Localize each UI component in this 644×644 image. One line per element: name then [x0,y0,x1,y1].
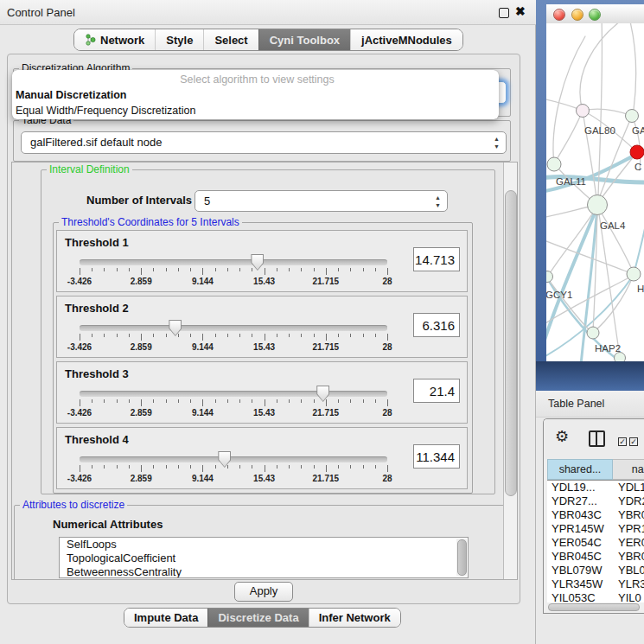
network-node-label: GAL80 [584,125,615,136]
minimize-traffic-light-icon[interactable] [571,9,583,21]
tab-cyni-toolbox[interactable]: Cyni Toolbox [258,29,350,50]
cell-shared-name: YBL079W [547,564,613,577]
table-data-combobox[interactable]: galFiltered.sif default node ▲▼ [21,131,507,154]
attributes-group: Attributes to discretize Numerical Attri… [14,505,505,580]
network-node[interactable] [588,195,608,215]
table-row[interactable]: YER054CYER0 [547,536,644,550]
scrollbar-thumb[interactable] [505,190,517,496]
network-node[interactable] [546,271,553,283]
threshold-value-field[interactable]: 11.344 [413,444,460,469]
slider-track[interactable] [80,456,387,462]
attribute-list-item[interactable]: BetweennessCentrality [60,565,468,578]
network-node[interactable] [587,327,599,339]
group-title: Attributes to discretize [20,499,127,511]
table-panel-title: Table Panel [548,398,604,410]
cell-name: YIL0 [613,591,641,603]
cell-name: YLR3 [613,577,644,591]
table-panel-titlebar: Table Panel [536,391,644,418]
dropdown-option-equal-width-frequency[interactable]: Equal Width/Frequency Discretization [12,103,499,118]
network-node-label: H [637,284,644,294]
table-row[interactable]: YLR345WYLR3 [547,577,644,591]
close-icon[interactable]: ✖ [515,4,526,18]
network-node[interactable] [615,353,626,362]
network-node[interactable] [547,157,561,171]
network-canvas[interactable]: GAL80GACGAL11GAL4GCY1HHAP2 [546,23,644,361]
column-header-shared-name[interactable]: shared... [547,459,613,480]
zoom-traffic-light-icon[interactable] [589,9,601,21]
attribute-list-item[interactable]: SelfLoops [60,538,468,552]
tab-style[interactable]: Style [155,29,203,50]
slider-tick-labels: -3.4262.8599.14415.4321.71528 [80,277,387,287]
table-row[interactable]: YIL053CYIL0 [547,591,644,603]
threshold-value-field[interactable]: 21.4 [413,379,460,403]
checked-box-icon[interactable]: ✓ [618,437,627,446]
interval-definition-group: Interval Definition Number of Intervals … [41,169,495,494]
checked-box-icon[interactable]: ✓ [629,437,638,446]
control-panel-titlebar: Control Panel ✖ [0,0,536,25]
network-view-window: GAL80GACGAL11GAL4GCY1HHAP2 [536,0,644,391]
table-row[interactable]: YDR27...YDR2 [547,494,644,508]
group-title: Interval Definition [47,163,132,175]
slider-ticks [80,334,387,341]
cell-name: YER0 [613,536,644,550]
threshold-panel: Threshold 3-3.4262.8599.14415.4321.71528… [56,361,468,424]
tab-select[interactable]: Select [203,29,258,50]
dropdown-placeholder-option[interactable]: Select algorithm to view settings [12,70,499,87]
tab-label: Impute Data [134,611,198,624]
dropdown-option-manual-discretization[interactable]: Manual Discretization [12,87,499,103]
tab-label: Select [214,34,247,47]
table-row[interactable]: YBR043CYBR0 [547,508,644,522]
tab-network[interactable]: Network [74,29,155,50]
network-node[interactable] [627,267,641,281]
network-edge [600,152,637,201]
threshold-value-field[interactable]: 6.316 [413,313,460,337]
gear-icon[interactable]: ⚙ [555,429,569,444]
table-hscrollbar[interactable] [547,603,644,611]
table-row[interactable]: YDL19...YDL1 [547,481,644,494]
numerical-attributes-list[interactable]: SelfLoopsTopologicalCoefficientBetweenne… [59,537,469,578]
table-row[interactable]: YPR145WYPR1 [547,522,644,536]
tab-label: Cyni Toolbox [270,34,340,47]
cell-shared-name: YIL053C [547,591,613,603]
cell-name: YBR0 [613,508,644,522]
apply-button[interactable]: Apply [234,582,293,602]
tab-label: Network [100,34,144,47]
slider-track[interactable] [80,391,387,397]
tab-impute-data[interactable]: Impute Data [124,609,207,627]
attributes-scrollbar[interactable] [456,539,467,576]
network-edge [546,207,590,218]
column-header-name[interactable]: name [613,459,644,480]
table-row[interactable]: YBL079WYBL0 [547,564,644,577]
network-node[interactable] [630,145,644,159]
slider-track[interactable] [80,259,387,265]
close-traffic-light-icon[interactable] [553,9,565,21]
threshold-panel: Threshold 4-3.4262.8599.14415.4321.71528… [56,427,468,489]
network-node[interactable] [577,105,590,118]
cell-shared-name: YDL19... [547,481,613,494]
scrollbar-thumb[interactable] [548,603,640,611]
combo-value: 5 [195,191,447,212]
network-edge [554,111,583,164]
tab-discretize-data[interactable]: Discretize Data [207,609,308,627]
network-node-label: GA [632,125,644,136]
network-node[interactable] [626,110,639,123]
combo-arrows-icon: ▲▼ [435,194,441,209]
float-window-icon[interactable] [499,8,509,18]
num-intervals-combobox[interactable]: 5 ▲▼ [194,190,448,212]
tab-jactivemnodules[interactable]: jActiveMNodules [350,29,462,50]
main-scrollbar[interactable] [503,163,517,579]
attribute-list-item[interactable]: TopologicalCoefficient [60,552,468,565]
table-row[interactable]: YBR045CYBR0 [547,550,644,564]
cell-shared-name: YLR345W [547,577,613,591]
threshold-value-field[interactable]: 14.713 [413,247,460,271]
cell-name: YDR2 [613,494,644,508]
scrollbar-thumb[interactable] [457,539,467,576]
tab-label: Infer Network [319,611,391,624]
slider-track[interactable] [80,325,387,331]
cell-shared-name: YBR043C [547,508,613,522]
tab-infer-network[interactable]: Infer Network [309,609,400,627]
cell-name: YBR0 [613,550,644,564]
network-window-titlebar[interactable] [546,4,644,24]
split-columns-icon[interactable] [589,430,605,447]
network-node-label: C [634,162,641,172]
